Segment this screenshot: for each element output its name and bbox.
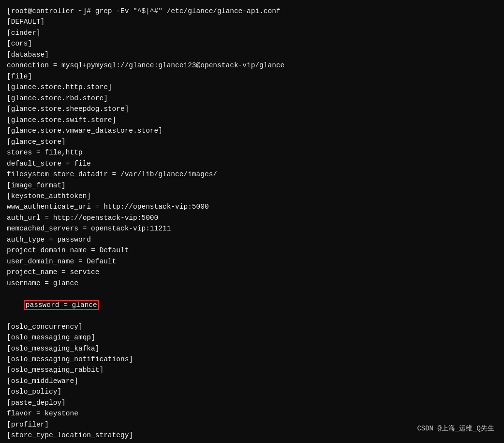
- line-store-http: [glance.store.http.store]: [7, 82, 497, 92]
- line-file: [file]: [7, 71, 497, 82]
- line-oslo-notifications: [oslo_messaging_notifications]: [7, 354, 497, 365]
- line-auth-url: auth_url = http://openstack-vip:5000: [7, 213, 497, 223]
- line-store-vmware: [glance.store.vmware_datastore.store]: [7, 125, 497, 136]
- line-filesystem: filesystem_store_datadir = /var/lib/glan…: [7, 169, 497, 180]
- line-cinder: [cinder]: [7, 28, 497, 38]
- watermark: CSDN @上海_运维_Q先生: [417, 424, 494, 434]
- line-image-format: [image_format]: [7, 180, 497, 191]
- line-connection: connection = mysql+pymysql://glance:glan…: [7, 60, 497, 71]
- line-project-domain: project_domain_name = Default: [7, 245, 497, 256]
- line-user-domain: user_domain_name = Default: [7, 256, 497, 267]
- line-database: [database]: [7, 49, 497, 60]
- line-flavor: flavor = keystone: [7, 408, 497, 419]
- line-paste-deploy: [paste_deploy]: [7, 397, 497, 408]
- line-password: password = glance: [7, 289, 497, 321]
- line-username: username = glance: [7, 278, 497, 289]
- line-store-rbd: [glance.store.rbd.store]: [7, 93, 497, 104]
- line-store-swift: [glance.store.swift.store]: [7, 115, 497, 125]
- line-default: [DEFAULT]: [7, 16, 497, 27]
- line-oslo-kafka: [oslo_messaging_kafka]: [7, 343, 497, 354]
- line-oslo-policy: [oslo_policy]: [7, 386, 497, 397]
- line-www-auth: www_authenticate_uri = http://openstack-…: [7, 201, 497, 212]
- password-highlight: password = glance: [24, 300, 99, 310]
- line-oslo-concurrency: [oslo_concurrency]: [7, 321, 497, 332]
- line-glance-store: [glance_store]: [7, 137, 497, 147]
- terminal-window: [root@controller ~]# grep -Ev "^$|^#" /e…: [0, 0, 504, 443]
- line-default-store: default_store = file: [7, 158, 497, 169]
- line-store-sheepdog: [glance.store.sheepdog.store]: [7, 104, 497, 114]
- line-project-name: project_name = service: [7, 267, 497, 277]
- command-line: [root@controller ~]# grep -Ev "^$|^#" /e…: [7, 6, 497, 16]
- line-memcached: memcached_servers = openstack-vip:11211: [7, 223, 497, 234]
- line-oslo-middleware: [oslo_middleware]: [7, 376, 497, 386]
- line-cors: [cors]: [7, 38, 497, 49]
- line-task: [task]: [7, 441, 497, 443]
- line-stores: stores = file,http: [7, 147, 497, 158]
- line-keystone-authtoken: [keystone_authtoken]: [7, 191, 497, 201]
- line-oslo-amqp: [oslo_messaging_amqp]: [7, 332, 497, 343]
- line-oslo-rabbit: [oslo_messaging_rabbit]: [7, 365, 497, 375]
- line-auth-type: auth_type = password: [7, 234, 497, 245]
